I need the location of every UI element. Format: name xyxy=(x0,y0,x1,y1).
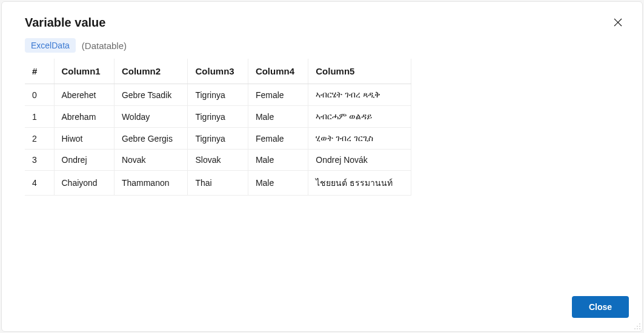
variable-info: ExcelData (Datatable) xyxy=(2,33,642,59)
cell: Male xyxy=(248,106,308,128)
cell: Tigrinya xyxy=(188,128,248,150)
cell: Thai xyxy=(188,171,248,196)
cell: Female xyxy=(248,128,308,150)
cell: Tigrinya xyxy=(188,106,248,128)
cell: ኣብርሄት ገብረ ጻዲቅ xyxy=(308,84,411,106)
table-row[interactable]: 0AberehetGebre TsadikTigrinyaFemaleኣብርሄት… xyxy=(25,84,411,106)
cell-index: 3 xyxy=(25,150,54,171)
cell: Chaiyond xyxy=(54,171,114,196)
cell: Ondrej xyxy=(54,150,114,171)
header-index[interactable]: # xyxy=(25,59,54,84)
table-header-row: # Column1 Column2 Column3 Column4 Column… xyxy=(25,59,411,84)
cell: Wolday xyxy=(114,106,188,128)
dialog-title: Variable value xyxy=(25,16,105,30)
svg-point-2 xyxy=(639,323,640,325)
cell-index: 0 xyxy=(25,84,54,106)
cell: Slovak xyxy=(188,150,248,171)
svg-point-3 xyxy=(637,326,638,327)
cell: Female xyxy=(248,84,308,106)
cell: Ondrej Novák xyxy=(308,150,411,171)
table-row[interactable]: 2HiwotGebre GergisTigrinyaFemaleሂወት ገብረ … xyxy=(25,128,411,150)
cell: Hiwot xyxy=(54,128,114,150)
cell: Novak xyxy=(114,150,188,171)
cell: Gebre Gergis xyxy=(114,128,188,150)
cell-index: 1 xyxy=(25,106,54,128)
header-col3[interactable]: Column3 xyxy=(188,59,248,84)
cell: ኣብርሓም ወልዳይ xyxy=(308,106,411,128)
dialog-footer: Close xyxy=(2,286,642,331)
svg-point-6 xyxy=(637,328,638,329)
variable-value-dialog: Variable value ExcelData (Datatable) # C… xyxy=(1,1,643,332)
svg-point-5 xyxy=(634,328,636,329)
variable-type-label: (Datatable) xyxy=(82,41,127,51)
cell-index: 2 xyxy=(25,128,54,150)
table-row[interactable]: 1AbrehamWoldayTigrinyaMaleኣብርሓም ወልዳይ xyxy=(25,106,411,128)
svg-point-4 xyxy=(639,326,640,327)
table-container: # Column1 Column2 Column3 Column4 Column… xyxy=(2,59,642,286)
table-row[interactable]: 3OndrejNovakSlovakMaleOndrej Novák xyxy=(25,150,411,171)
header-col1[interactable]: Column1 xyxy=(54,59,114,84)
close-icon[interactable] xyxy=(611,15,625,30)
cell: ไชยยนต์ ธรรมานนท์ xyxy=(308,171,411,196)
cell-index: 4 xyxy=(25,171,54,196)
cell: Gebre Tsadik xyxy=(114,84,188,106)
cell: Abreham xyxy=(54,106,114,128)
cell: ሂወት ገብረ ገርጊስ xyxy=(308,128,411,150)
header-col5[interactable]: Column5 xyxy=(308,59,411,84)
cell: Tigrinya xyxy=(188,84,248,106)
svg-point-7 xyxy=(639,328,640,329)
header-col2[interactable]: Column2 xyxy=(114,59,188,84)
header-col4[interactable]: Column4 xyxy=(248,59,308,84)
cell: Thammanon xyxy=(114,171,188,196)
dialog-header: Variable value xyxy=(2,2,642,33)
resize-grip-icon[interactable] xyxy=(632,321,641,330)
variable-name-badge[interactable]: ExcelData xyxy=(25,38,76,53)
table-row[interactable]: 4ChaiyondThammanonThaiMaleไชยยนต์ ธรรมาน… xyxy=(25,171,411,196)
cell: Male xyxy=(248,171,308,196)
cell: Male xyxy=(248,150,308,171)
close-button[interactable]: Close xyxy=(572,296,629,318)
data-table: # Column1 Column2 Column3 Column4 Column… xyxy=(25,59,411,196)
cell: Aberehet xyxy=(54,84,114,106)
